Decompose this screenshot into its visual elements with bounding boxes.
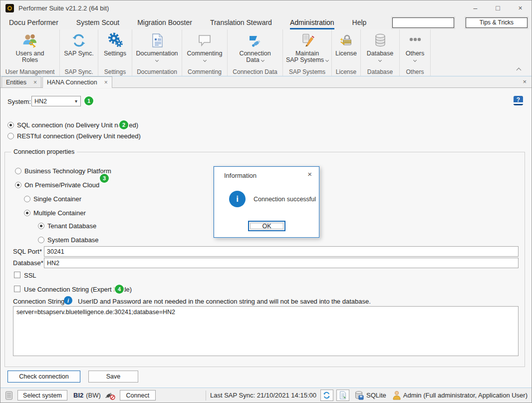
ribbon-group-sap-systems: Maintain SAP Systems SAP Systems <box>283 29 332 76</box>
ribbon-button-label: License <box>335 50 357 57</box>
ribbon-group-caption: License <box>336 67 356 76</box>
information-dialog: Information × i Connection successful OK <box>214 166 319 238</box>
settings-gears-icon <box>107 32 123 49</box>
help-icon[interactable]: ? <box>514 96 523 105</box>
chevron-down-icon <box>203 58 206 62</box>
info-icon: i <box>64 296 72 305</box>
ribbon-collapse-icon[interactable] <box>517 68 522 73</box>
dialog-message: Connection successful <box>254 196 316 203</box>
maximize-button[interactable]: □ <box>487 1 509 15</box>
menu-translation-steward[interactable]: Translation Steward <box>210 15 272 29</box>
disconnected-plug-icon <box>105 391 116 401</box>
minimize-button[interactable]: – <box>464 1 487 15</box>
sql-port-input[interactable]: 30241 <box>44 246 519 257</box>
documentation-button[interactable]: Documentation <box>132 29 182 67</box>
ok-button[interactable]: OK <box>248 221 285 231</box>
system-dropdown[interactable]: HN2 ▾ <box>31 96 81 106</box>
check-connection-button[interactable]: Check connection <box>7 371 80 383</box>
tabstrip-close-icon[interactable]: × <box>523 78 527 85</box>
tips-and-tricks-button[interactable]: Tips & Tricks <box>466 17 528 28</box>
radio-sql-connection[interactable] <box>7 122 14 128</box>
app-logo-icon <box>5 4 14 12</box>
ribbon-button-label: Others <box>406 50 425 57</box>
sap-sync-icon <box>71 32 87 49</box>
information-icon: i <box>229 191 246 207</box>
menubar: Docu Performer System Scout Migration Bo… <box>0 15 532 29</box>
database-button[interactable]: Database <box>361 29 399 67</box>
refresh-sync-button[interactable] <box>320 390 333 401</box>
settings-button[interactable]: Settings <box>98 29 132 67</box>
ribbon: Users and Roles User Management SAP Sync… <box>0 29 532 76</box>
ribbon-group-caption: Documentation <box>137 67 177 76</box>
step-badge-3: 3 <box>100 174 109 183</box>
database-icon <box>372 32 388 49</box>
user-icon <box>392 391 401 400</box>
radio-restful-connection[interactable] <box>7 133 14 139</box>
tab-label: HANA Connection <box>47 79 97 86</box>
ribbon-group-caption: Commenting <box>188 67 222 76</box>
ribbon-group-settings: Settings Settings <box>98 29 132 76</box>
users-and-roles-button[interactable]: Users and Roles <box>0 29 59 67</box>
dialog-close-icon[interactable]: × <box>307 170 312 178</box>
license-button[interactable]: License <box>332 29 360 67</box>
statusbar-divider <box>206 391 206 401</box>
others-dots-icon <box>407 32 423 49</box>
select-system-button[interactable]: Select system <box>17 390 67 401</box>
hana-connection-panel: System: HN2 ▾ 1 ? SQL connection (no Del… <box>0 88 532 388</box>
radio-on-premise[interactable] <box>15 182 21 188</box>
connection-plug-icon <box>247 32 263 49</box>
ribbon-group-database: Database Database <box>361 29 400 76</box>
statusbar: Select system BI2 (BW) Connect Last SAP … <box>0 388 532 403</box>
ssl-checkbox[interactable] <box>14 272 20 278</box>
server-pencil-icon <box>299 32 315 49</box>
menu-docu-performer[interactable]: Docu Performer <box>9 15 58 29</box>
users-roles-icon <box>22 32 38 49</box>
connected-system-code: BI2 <box>73 392 83 399</box>
document-tabstrip: Entities × HANA Connection × × <box>0 76 532 88</box>
database-input[interactable]: HN2 <box>44 258 519 268</box>
sync-log-button[interactable] <box>336 390 349 401</box>
comment-bubble-icon <box>197 32 213 49</box>
connected-system-kind: (BW) <box>86 392 101 399</box>
menu-administration[interactable]: Administration <box>290 15 334 29</box>
menu-system-scout[interactable]: System Scout <box>76 15 119 29</box>
radio-multiple-container[interactable] <box>24 210 30 216</box>
tab-hana-connection[interactable]: HANA Connection × <box>42 76 112 88</box>
use-connection-string-checkbox[interactable] <box>14 286 20 292</box>
others-button[interactable]: Others <box>400 29 430 67</box>
titlebar: Performer Suite v21.2.2 (64 bit) – □ × <box>0 0 532 15</box>
system-label: System: <box>7 98 31 105</box>
database-label: Database* <box>13 259 43 267</box>
ribbon-group-caption: User Management <box>5 67 55 76</box>
radio-multiple-container-label: Multiple Container <box>33 209 86 217</box>
radio-single-container-label: Single Container <box>33 195 81 203</box>
ribbon-group-caption: Others <box>406 67 424 76</box>
ribbon-button-label: Maintain SAP Systems <box>286 50 324 63</box>
ribbon-group-caption: Connection Data <box>233 67 277 76</box>
commenting-button[interactable]: Commenting <box>182 29 227 67</box>
radio-tenant-database[interactable] <box>38 223 44 229</box>
save-button[interactable]: Save <box>88 371 138 383</box>
chevron-down-icon <box>155 58 159 62</box>
menu-migration-booster[interactable]: Migration Booster <box>137 15 192 29</box>
radio-business-technology-platform[interactable] <box>15 168 21 174</box>
radio-restful-connection-label: RESTful connection (Delivery Unit needed… <box>17 132 141 140</box>
connection-data-button[interactable]: Connection Data <box>228 29 282 67</box>
close-button[interactable]: × <box>509 1 532 15</box>
menu-help[interactable]: Help <box>352 15 367 29</box>
chevron-down-icon <box>325 58 329 62</box>
tab-entities[interactable]: Entities × <box>1 76 41 87</box>
radio-single-container[interactable] <box>24 196 30 202</box>
tab-label: Entities <box>6 79 26 86</box>
db-engine-label: SQLite <box>366 392 386 399</box>
connect-button[interactable]: Connect <box>120 390 156 401</box>
radio-on-premise-label: On Premise/Private Cloud <box>24 181 99 189</box>
sap-sync-button[interactable]: SAP Sync. <box>60 29 98 67</box>
connection-string-note: UserID and Password are not needed in th… <box>78 298 371 305</box>
tab-close-icon[interactable]: × <box>104 79 108 86</box>
maintain-sap-systems-button[interactable]: Maintain SAP Systems <box>283 29 331 67</box>
radio-system-database[interactable] <box>38 237 44 243</box>
step-badge-1: 1 <box>84 96 93 105</box>
tab-close-icon[interactable]: × <box>33 79 37 86</box>
connection-string-input[interactable]: server=btsapserv.bluetelligence.de:30241… <box>13 306 519 356</box>
